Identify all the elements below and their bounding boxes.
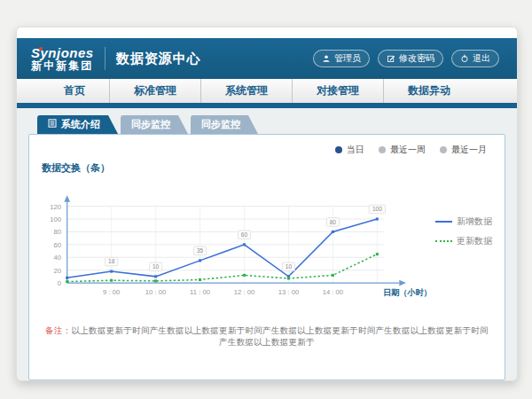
legend-item-1: 更新数据 bbox=[435, 235, 492, 247]
svg-text:13 : 00: 13 : 00 bbox=[278, 288, 299, 296]
user-icon bbox=[322, 54, 331, 63]
main-nav: 首页标准管理系统管理对接管理数据异动 bbox=[17, 79, 517, 103]
tab-label: 同步监控 bbox=[131, 115, 170, 134]
power-button[interactable]: 退出 bbox=[451, 50, 499, 67]
edit-button[interactable]: 修改密码 bbox=[378, 50, 443, 67]
logo-dot-icon bbox=[39, 47, 43, 51]
legend-line-sample bbox=[435, 221, 452, 223]
button-label: 管理员 bbox=[334, 52, 361, 65]
nav-item-4[interactable]: 数据异动 bbox=[383, 79, 474, 103]
tab-2[interactable]: 同步监控 bbox=[191, 115, 258, 134]
svg-text:120: 120 bbox=[50, 203, 61, 211]
svg-text:80: 80 bbox=[53, 228, 61, 236]
svg-text:10: 10 bbox=[153, 263, 160, 270]
content-area: 系统介绍同步监控同步监控 当日最近一周最近一月 数据交换（条） 02040608… bbox=[17, 108, 517, 380]
tab-bar: 系统介绍同步监控同步监控 bbox=[37, 115, 505, 134]
app-window: Synjones 新中新集团 数据资源中心 管理员修改密码退出 首页标准管理系统… bbox=[16, 27, 518, 381]
logo-text-cn: 新中新集团 bbox=[31, 60, 93, 72]
nav-item-2[interactable]: 系统管理 bbox=[200, 79, 292, 103]
svg-text:60: 60 bbox=[241, 231, 248, 238]
radio-selected-icon bbox=[335, 146, 342, 153]
legend-item-0: 新增数据 bbox=[435, 215, 492, 228]
radio-option-1[interactable]: 最近一周 bbox=[379, 144, 426, 156]
document-icon bbox=[48, 115, 57, 134]
radio-label: 当日 bbox=[347, 144, 364, 156]
svg-text:9 : 00: 9 : 00 bbox=[103, 288, 120, 296]
chart-legend: 新增数据更新数据 bbox=[435, 215, 492, 247]
svg-text:12 : 00: 12 : 00 bbox=[234, 288, 254, 296]
radio-unselected-icon bbox=[440, 146, 447, 153]
header-divider bbox=[105, 47, 106, 70]
tab-label: 同步监控 bbox=[201, 115, 240, 134]
note-prefix: 备注： bbox=[45, 325, 71, 335]
note-text: 以上数据更新于时间产生数据以上数据更新于时间产生数据以上数据更新于时间产生数据以… bbox=[72, 325, 489, 347]
footer-note: 备注：以上数据更新于时间产生数据以上数据更新于时间产生数据以上数据更新于时间产生… bbox=[45, 325, 489, 348]
user-button[interactable]: 管理员 bbox=[313, 50, 370, 67]
legend-line-sample bbox=[435, 240, 452, 242]
svg-text:60: 60 bbox=[53, 241, 61, 249]
window-top-bar bbox=[17, 27, 517, 38]
radio-label: 最近一月 bbox=[451, 144, 487, 156]
nav-item-1[interactable]: 标准管理 bbox=[109, 79, 200, 103]
radio-option-0[interactable]: 当日 bbox=[335, 144, 364, 156]
svg-text:日期（小时）: 日期（小时） bbox=[383, 288, 432, 297]
radio-option-2[interactable]: 最近一月 bbox=[440, 144, 487, 156]
radio-unselected-icon bbox=[379, 146, 386, 153]
legend-label: 新增数据 bbox=[457, 215, 492, 228]
chart-panel: 当日最近一周最近一月 数据交换（条） 0204060801001209 : 00… bbox=[28, 134, 505, 380]
time-range-filter: 当日最近一周最近一月 bbox=[335, 144, 487, 156]
svg-text:18: 18 bbox=[108, 258, 115, 264]
svg-text:14 : 00: 14 : 00 bbox=[323, 288, 343, 296]
tab-1[interactable]: 同步监控 bbox=[121, 115, 188, 134]
chart-y-axis-title: 数据交换（条） bbox=[42, 161, 505, 175]
nav-item-0[interactable]: 首页 bbox=[40, 79, 109, 103]
legend-label: 更新数据 bbox=[457, 235, 492, 247]
edit-icon bbox=[387, 54, 395, 63]
svg-text:20: 20 bbox=[53, 267, 61, 275]
power-icon bbox=[460, 54, 469, 63]
page-title: 数据资源中心 bbox=[116, 51, 201, 67]
tab-label: 系统介绍 bbox=[61, 115, 100, 134]
svg-text:100: 100 bbox=[50, 215, 61, 223]
nav-item-3[interactable]: 对接管理 bbox=[292, 79, 383, 103]
svg-text:40: 40 bbox=[53, 254, 61, 262]
radio-label: 最近一周 bbox=[390, 144, 426, 156]
line-chart: 0204060801001209 : 0010 : 0011 : 0012 : … bbox=[33, 176, 434, 306]
svg-text:35: 35 bbox=[197, 247, 204, 254]
svg-text:100: 100 bbox=[372, 206, 382, 212]
tab-0[interactable]: 系统介绍 bbox=[37, 115, 118, 134]
svg-text:10 : 00: 10 : 00 bbox=[145, 288, 166, 296]
button-label: 修改密码 bbox=[399, 52, 434, 65]
chart-row: 0204060801001209 : 0010 : 0011 : 0012 : … bbox=[29, 176, 505, 306]
app-header: Synjones 新中新集团 数据资源中心 管理员修改密码退出 bbox=[17, 38, 517, 79]
user-actions: 管理员修改密码退出 bbox=[313, 50, 499, 67]
button-label: 退出 bbox=[473, 52, 490, 65]
svg-text:0: 0 bbox=[58, 279, 61, 287]
svg-text:11 : 00: 11 : 00 bbox=[190, 288, 210, 296]
company-logo: Synjones 新中新集团 bbox=[31, 46, 94, 71]
svg-text:80: 80 bbox=[330, 219, 337, 225]
svg-text:10: 10 bbox=[286, 263, 293, 270]
